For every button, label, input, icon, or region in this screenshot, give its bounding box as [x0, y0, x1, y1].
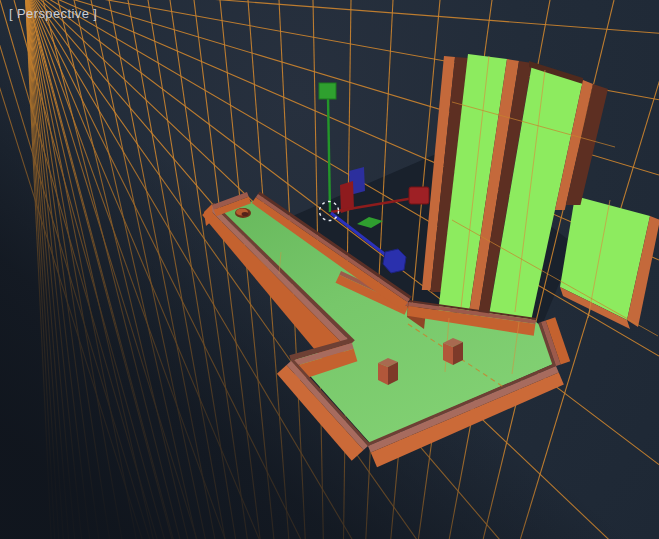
viewport-mode-label: [ Perspective ]	[9, 6, 97, 21]
gizmo-y-handle[interactable]	[319, 83, 336, 99]
gizmo-x-handle[interactable]	[409, 187, 429, 204]
scene-canvas[interactable]	[0, 0, 659, 539]
3d-viewport[interactable]: [ Perspective ]	[0, 0, 659, 539]
hole[interactable]	[235, 208, 251, 218]
